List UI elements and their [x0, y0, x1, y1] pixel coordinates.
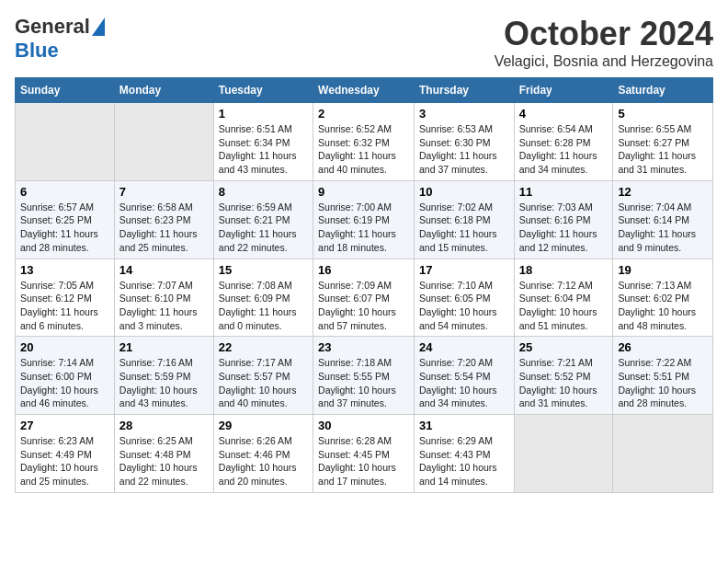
day-number: 15	[219, 263, 308, 277]
logo: General Blue	[15, 15, 105, 63]
day-info: Sunrise: 7:07 AM Sunset: 6:10 PM Dayligh…	[119, 279, 209, 333]
day-number: 8	[219, 185, 308, 199]
day-number: 13	[20, 263, 109, 277]
day-number: 4	[519, 107, 609, 121]
day-info: Sunrise: 7:14 AM Sunset: 6:00 PM Dayligh…	[20, 356, 109, 410]
day-cell: 6Sunrise: 6:57 AM Sunset: 6:25 PM Daylig…	[16, 180, 115, 259]
day-cell	[613, 415, 713, 493]
day-number: 24	[419, 340, 509, 354]
day-info: Sunrise: 7:05 AM Sunset: 6:12 PM Dayligh…	[20, 279, 109, 333]
day-number: 19	[618, 263, 708, 277]
day-info: Sunrise: 7:08 AM Sunset: 6:09 PM Dayligh…	[219, 279, 308, 333]
day-info: Sunrise: 6:51 AM Sunset: 6:34 PM Dayligh…	[219, 122, 308, 177]
day-info: Sunrise: 6:57 AM Sunset: 6:25 PM Dayligh…	[20, 201, 109, 255]
day-number: 23	[318, 340, 409, 354]
day-cell: 25Sunrise: 7:21 AM Sunset: 5:52 PM Dayli…	[514, 337, 613, 415]
day-info: Sunrise: 7:16 AM Sunset: 5:59 PM Dayligh…	[119, 356, 209, 410]
day-info: Sunrise: 7:22 AM Sunset: 5:51 PM Dayligh…	[618, 356, 708, 410]
day-cell: 30Sunrise: 6:28 AM Sunset: 4:45 PM Dayli…	[313, 415, 415, 493]
day-number: 6	[20, 185, 109, 199]
col-monday: Monday	[114, 78, 213, 103]
day-cell: 20Sunrise: 7:14 AM Sunset: 6:00 PM Dayli…	[16, 337, 115, 415]
col-friday: Friday	[514, 78, 613, 103]
day-info: Sunrise: 7:03 AM Sunset: 6:16 PM Dayligh…	[519, 201, 609, 255]
day-cell: 11Sunrise: 7:03 AM Sunset: 6:16 PM Dayli…	[514, 180, 613, 259]
week-row-2: 6Sunrise: 6:57 AM Sunset: 6:25 PM Daylig…	[16, 180, 713, 259]
logo-triangle-icon	[92, 17, 105, 40]
day-cell	[114, 103, 213, 181]
day-cell: 21Sunrise: 7:16 AM Sunset: 5:59 PM Dayli…	[114, 337, 213, 415]
day-cell	[514, 415, 613, 493]
day-cell: 15Sunrise: 7:08 AM Sunset: 6:09 PM Dayli…	[213, 259, 313, 337]
day-info: Sunrise: 7:04 AM Sunset: 6:14 PM Dayligh…	[618, 201, 708, 255]
week-row-3: 13Sunrise: 7:05 AM Sunset: 6:12 PM Dayli…	[16, 259, 713, 337]
day-number: 16	[318, 263, 409, 277]
day-info: Sunrise: 6:52 AM Sunset: 6:32 PM Dayligh…	[318, 122, 409, 177]
day-number: 17	[419, 263, 509, 277]
day-cell: 27Sunrise: 6:23 AM Sunset: 4:49 PM Dayli…	[16, 415, 115, 493]
day-number: 14	[119, 263, 209, 277]
day-cell: 28Sunrise: 6:25 AM Sunset: 4:48 PM Dayli…	[114, 415, 213, 493]
day-cell: 23Sunrise: 7:18 AM Sunset: 5:55 PM Dayli…	[313, 337, 415, 415]
day-info: Sunrise: 7:00 AM Sunset: 6:19 PM Dayligh…	[318, 201, 409, 255]
day-cell: 14Sunrise: 7:07 AM Sunset: 6:10 PM Dayli…	[114, 259, 213, 337]
day-cell: 24Sunrise: 7:20 AM Sunset: 5:54 PM Dayli…	[414, 337, 514, 415]
day-info: Sunrise: 6:26 AM Sunset: 4:46 PM Dayligh…	[219, 434, 308, 488]
day-number: 20	[20, 340, 109, 354]
day-cell: 10Sunrise: 7:02 AM Sunset: 6:18 PM Dayli…	[414, 180, 514, 259]
day-number: 30	[318, 419, 409, 432]
day-cell: 1Sunrise: 6:51 AM Sunset: 6:34 PM Daylig…	[213, 103, 313, 181]
page-subtitle: Velagici, Bosnia and Herzegovina	[495, 53, 713, 70]
col-wednesday: Wednesday	[313, 78, 415, 103]
day-cell: 5Sunrise: 6:55 AM Sunset: 6:27 PM Daylig…	[613, 103, 713, 181]
day-cell: 18Sunrise: 7:12 AM Sunset: 6:04 PM Dayli…	[514, 259, 613, 337]
day-cell: 3Sunrise: 6:53 AM Sunset: 6:30 PM Daylig…	[414, 103, 514, 181]
day-cell: 19Sunrise: 7:13 AM Sunset: 6:02 PM Dayli…	[613, 259, 713, 337]
day-cell: 12Sunrise: 7:04 AM Sunset: 6:14 PM Dayli…	[613, 180, 713, 259]
day-info: Sunrise: 7:09 AM Sunset: 6:07 PM Dayligh…	[318, 279, 409, 333]
day-cell: 9Sunrise: 7:00 AM Sunset: 6:19 PM Daylig…	[313, 180, 415, 259]
day-number: 28	[119, 419, 209, 432]
day-number: 25	[519, 340, 609, 354]
day-cell: 8Sunrise: 6:59 AM Sunset: 6:21 PM Daylig…	[213, 180, 313, 259]
day-number: 7	[119, 185, 209, 199]
day-cell: 17Sunrise: 7:10 AM Sunset: 6:05 PM Dayli…	[414, 259, 514, 337]
day-info: Sunrise: 7:20 AM Sunset: 5:54 PM Dayligh…	[419, 356, 509, 410]
day-number: 27	[20, 419, 109, 432]
col-sunday: Sunday	[16, 78, 115, 103]
day-info: Sunrise: 7:02 AM Sunset: 6:18 PM Dayligh…	[419, 201, 509, 255]
day-number: 31	[419, 419, 509, 432]
day-cell: 16Sunrise: 7:09 AM Sunset: 6:07 PM Dayli…	[313, 259, 415, 337]
calendar-body: 1Sunrise: 6:51 AM Sunset: 6:34 PM Daylig…	[16, 103, 713, 493]
day-number: 21	[119, 340, 209, 354]
col-thursday: Thursday	[414, 78, 514, 103]
day-info: Sunrise: 6:29 AM Sunset: 4:43 PM Dayligh…	[419, 434, 509, 488]
day-cell: 13Sunrise: 7:05 AM Sunset: 6:12 PM Dayli…	[16, 259, 115, 337]
day-info: Sunrise: 7:10 AM Sunset: 6:05 PM Dayligh…	[419, 279, 509, 333]
day-number: 2	[318, 107, 409, 121]
day-number: 10	[419, 185, 509, 199]
week-row-5: 27Sunrise: 6:23 AM Sunset: 4:49 PM Dayli…	[16, 415, 713, 493]
day-cell: 22Sunrise: 7:17 AM Sunset: 5:57 PM Dayli…	[213, 337, 313, 415]
day-number: 26	[618, 340, 708, 354]
day-number: 11	[519, 185, 609, 199]
day-cell: 26Sunrise: 7:22 AM Sunset: 5:51 PM Dayli…	[613, 337, 713, 415]
day-info: Sunrise: 6:54 AM Sunset: 6:28 PM Dayligh…	[519, 122, 609, 177]
day-cell: 29Sunrise: 6:26 AM Sunset: 4:46 PM Dayli…	[213, 415, 313, 493]
day-info: Sunrise: 7:21 AM Sunset: 5:52 PM Dayligh…	[519, 356, 609, 410]
header-row: Sunday Monday Tuesday Wednesday Thursday…	[16, 78, 713, 103]
calendar-table: Sunday Monday Tuesday Wednesday Thursday…	[15, 77, 713, 493]
day-cell	[16, 103, 115, 181]
day-cell: 31Sunrise: 6:29 AM Sunset: 4:43 PM Dayli…	[414, 415, 514, 493]
day-info: Sunrise: 6:59 AM Sunset: 6:21 PM Dayligh…	[219, 201, 308, 255]
svg-marker-0	[92, 17, 105, 36]
title-block: October 2024 Velagici, Bosnia and Herzeg…	[495, 15, 713, 70]
day-number: 18	[519, 263, 609, 277]
calendar-header: Sunday Monday Tuesday Wednesday Thursday…	[16, 78, 713, 103]
day-info: Sunrise: 6:53 AM Sunset: 6:30 PM Dayligh…	[419, 122, 509, 177]
day-info: Sunrise: 6:25 AM Sunset: 4:48 PM Dayligh…	[119, 434, 209, 488]
day-number: 12	[618, 185, 708, 199]
week-row-1: 1Sunrise: 6:51 AM Sunset: 6:34 PM Daylig…	[16, 103, 713, 181]
day-cell: 2Sunrise: 6:52 AM Sunset: 6:32 PM Daylig…	[313, 103, 415, 181]
col-tuesday: Tuesday	[213, 78, 313, 103]
